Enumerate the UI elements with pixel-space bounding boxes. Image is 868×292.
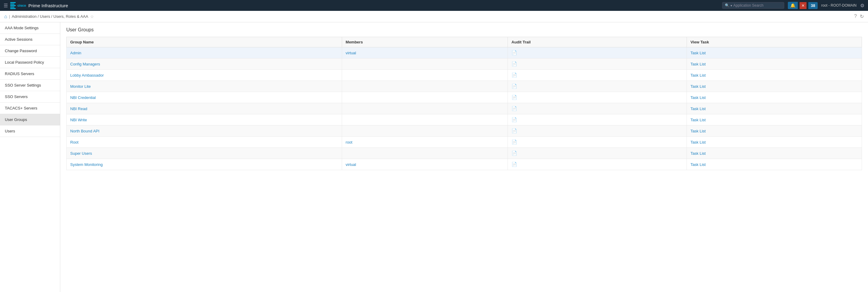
help-icon[interactable]: ? bbox=[854, 13, 857, 19]
cisco-logo-bars bbox=[10, 2, 16, 9]
group-name-link[interactable]: Super Users bbox=[70, 151, 92, 156]
user-info: root - ROOT-DOMAIN bbox=[821, 3, 857, 7]
dismiss-button[interactable]: ✕ bbox=[800, 2, 807, 9]
task-list-link[interactable]: Task List bbox=[690, 162, 706, 167]
bell-button[interactable]: 🔔 bbox=[788, 2, 798, 9]
group-name-link[interactable]: Admin bbox=[70, 51, 82, 55]
task-list-link[interactable]: Task List bbox=[690, 84, 706, 89]
sidebar-item-tacacs-servers[interactable]: TACACS+ Servers bbox=[0, 103, 60, 114]
cell-members bbox=[342, 114, 507, 125]
group-name-link[interactable]: North Bound API bbox=[70, 129, 99, 133]
main-content: User Groups Group Name Members Audit Tra… bbox=[60, 22, 868, 292]
group-name-link[interactable]: NBI Read bbox=[70, 107, 87, 111]
sidebar-item-radius-servers[interactable]: RADIUS Servers bbox=[0, 68, 60, 80]
sidebar-item-sso-servers[interactable]: SSO Servers bbox=[0, 91, 60, 103]
task-list-link[interactable]: Task List bbox=[690, 107, 706, 111]
task-list-link[interactable]: Task List bbox=[690, 151, 706, 156]
search-input[interactable] bbox=[733, 3, 781, 7]
audit-doc-icon[interactable]: 📄 bbox=[512, 95, 517, 100]
cell-view-task: Task List bbox=[687, 92, 862, 103]
table-row: North Bound API📄Task List bbox=[67, 125, 862, 137]
cell-group-name: Config Managers bbox=[67, 59, 342, 70]
cell-group-name: North Bound API bbox=[67, 125, 342, 137]
audit-doc-icon[interactable]: 📄 bbox=[512, 139, 517, 145]
task-list-link[interactable]: Task List bbox=[690, 118, 706, 122]
audit-doc-icon[interactable]: 📄 bbox=[512, 50, 517, 55]
group-name-link[interactable]: Config Managers bbox=[70, 62, 100, 66]
audit-doc-icon[interactable]: 📄 bbox=[512, 106, 517, 111]
task-list-link[interactable]: Task List bbox=[690, 62, 706, 66]
sidebar-item-active-sessions[interactable]: Active Sessions bbox=[0, 34, 60, 45]
audit-doc-icon[interactable]: 📄 bbox=[512, 61, 517, 66]
cell-audit-trail: 📄 bbox=[508, 148, 687, 159]
cell-members: virtual bbox=[342, 47, 507, 59]
task-list-link[interactable]: Task List bbox=[690, 95, 706, 100]
audit-doc-icon[interactable]: 📄 bbox=[512, 150, 517, 156]
audit-doc-icon[interactable]: 📄 bbox=[512, 84, 517, 89]
audit-doc-icon[interactable]: 📄 bbox=[512, 128, 517, 133]
table-row: NBI Write📄Task List bbox=[67, 114, 862, 125]
table-row: Config Managers📄Task List bbox=[67, 59, 862, 70]
sidebar-item-sso-server-settings[interactable]: SSO Server Settings bbox=[0, 80, 60, 91]
app-title: Prime Infrastructure bbox=[28, 3, 68, 8]
cell-audit-trail: 📄 bbox=[508, 159, 687, 170]
home-icon[interactable]: ⌂ bbox=[4, 14, 7, 19]
members-link[interactable]: virtual bbox=[346, 51, 356, 55]
sidebar-item-users[interactable]: Users bbox=[0, 125, 60, 137]
user-groups-table: Group Name Members Audit Trail View Task… bbox=[66, 37, 862, 170]
members-link[interactable]: virtual bbox=[346, 162, 356, 167]
top-navbar: ☰ cisco Prime Infrastructure 🔍 ▾ 🔔 ✕ 38 … bbox=[0, 0, 868, 11]
cell-view-task: Task List bbox=[687, 59, 862, 70]
sidebar-item-user-groups[interactable]: User Groups bbox=[0, 114, 60, 125]
sidebar-item-change-password[interactable]: Change Password bbox=[0, 45, 60, 57]
cell-group-name: System Monitoring bbox=[67, 159, 342, 170]
cell-group-name: Super Users bbox=[67, 148, 342, 159]
cell-members bbox=[342, 92, 507, 103]
audit-doc-icon[interactable]: 📄 bbox=[512, 117, 517, 122]
group-name-link[interactable]: Root bbox=[70, 140, 79, 145]
group-name-link[interactable]: NBI Credential bbox=[70, 95, 96, 100]
gear-icon[interactable]: ⚙ bbox=[860, 3, 864, 8]
cell-audit-trail: 📄 bbox=[508, 114, 687, 125]
table-row: Rootroot📄Task List bbox=[67, 137, 862, 148]
group-name-link[interactable]: Lobby Ambassador bbox=[70, 73, 104, 78]
cisco-logo: cisco bbox=[10, 2, 26, 9]
table-row: Lobby Ambassador📄Task List bbox=[67, 70, 862, 81]
cell-group-name: Admin bbox=[67, 47, 342, 59]
group-name-link[interactable]: NBI Write bbox=[70, 118, 87, 122]
breadcrumb: ⌂ | Administration / Users / Users, Role… bbox=[4, 14, 94, 19]
col-view-task: View Task bbox=[687, 37, 862, 47]
group-name-link[interactable]: Monitor Lite bbox=[70, 84, 91, 89]
table-row: NBI Read📄Task List bbox=[67, 103, 862, 114]
col-members: Members bbox=[342, 37, 507, 47]
cell-view-task: Task List bbox=[687, 81, 862, 92]
cisco-text: cisco bbox=[18, 4, 26, 7]
cell-members: root bbox=[342, 137, 507, 148]
cell-group-name: Root bbox=[67, 137, 342, 148]
cell-view-task: Task List bbox=[687, 159, 862, 170]
col-group-name: Group Name bbox=[67, 37, 342, 47]
cell-view-task: Task List bbox=[687, 70, 862, 81]
audit-doc-icon[interactable]: 📄 bbox=[512, 162, 517, 167]
cell-audit-trail: 📄 bbox=[508, 92, 687, 103]
star-icon[interactable]: ☆ bbox=[90, 14, 94, 19]
sidebar-item-local-password-policy[interactable]: Local Password Policy bbox=[0, 57, 60, 68]
task-list-link[interactable]: Task List bbox=[690, 129, 706, 133]
cell-view-task: Task List bbox=[687, 125, 862, 137]
hamburger-icon[interactable]: ☰ bbox=[4, 3, 8, 8]
cell-group-name: Lobby Ambassador bbox=[67, 70, 342, 81]
refresh-icon[interactable]: ↻ bbox=[860, 13, 864, 19]
members-link[interactable]: root bbox=[346, 140, 352, 145]
audit-doc-icon[interactable]: 📄 bbox=[512, 72, 517, 78]
task-list-link[interactable]: Task List bbox=[690, 140, 706, 145]
col-audit-trail: Audit Trail bbox=[508, 37, 687, 47]
cell-audit-trail: 📄 bbox=[508, 125, 687, 137]
breadcrumb-sep: | bbox=[9, 14, 10, 19]
cell-members bbox=[342, 81, 507, 92]
group-name-link[interactable]: System Monitoring bbox=[70, 162, 103, 167]
search-box[interactable]: 🔍 ▾ bbox=[722, 2, 784, 9]
task-list-link[interactable]: Task List bbox=[690, 51, 706, 55]
cell-audit-trail: 📄 bbox=[508, 103, 687, 114]
sidebar-item-aaa-mode[interactable]: AAA Mode Settings bbox=[0, 22, 60, 34]
task-list-link[interactable]: Task List bbox=[690, 73, 706, 78]
